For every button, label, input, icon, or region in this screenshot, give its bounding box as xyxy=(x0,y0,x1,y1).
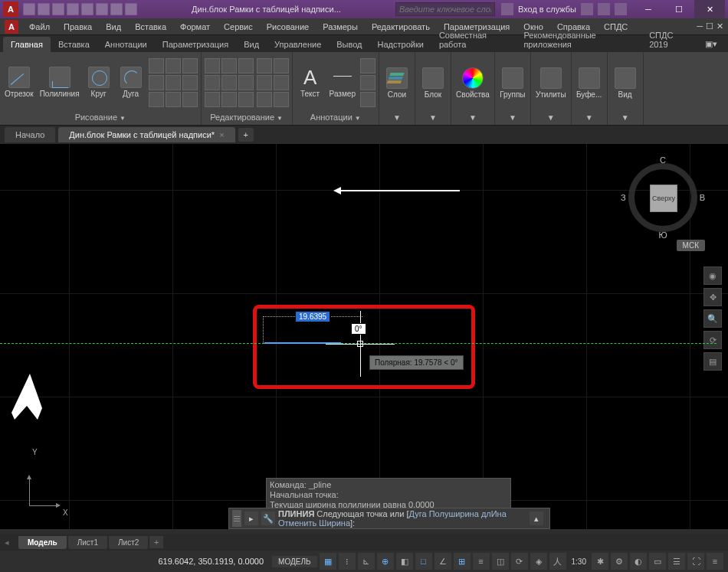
wcs-badge[interactable]: МСК xyxy=(677,240,705,251)
nav-orbit-icon[interactable]: ⟳ xyxy=(703,331,722,349)
offset-icon[interactable] xyxy=(257,75,272,90)
panel-block-title[interactable]: ▼ xyxy=(418,112,448,123)
circle-button[interactable]: Круг xyxy=(84,65,113,100)
polar-toggle-icon[interactable]: ⊕ xyxy=(377,553,394,570)
qat-redo-icon[interactable] xyxy=(110,3,123,15)
tab-manage[interactable]: Управление xyxy=(267,37,329,52)
erase-icon[interactable] xyxy=(257,58,272,74)
layout-sheet1[interactable]: Лист1 xyxy=(68,536,107,549)
osnap-toggle-icon[interactable]: □ xyxy=(415,553,432,570)
annovis-icon[interactable]: ✱ xyxy=(592,553,608,570)
cmd-expand-icon[interactable]: ▴ xyxy=(530,512,543,525)
signin-label[interactable]: Вход в службы xyxy=(518,5,576,14)
array-icon[interactable] xyxy=(238,92,254,107)
cmd-recent-icon[interactable]: ▸ xyxy=(244,512,258,525)
tab-drawing[interactable]: Дин.блок Рамки с таблицей надписи*× xyxy=(58,127,234,142)
props-button[interactable]: Свойства xyxy=(454,66,491,100)
ortho-toggle-icon[interactable]: ⊾ xyxy=(358,553,375,570)
groups-button[interactable]: Группы xyxy=(498,66,527,100)
command-line[interactable]: ▸ 🔧 ПЛИНИЯ Следующая точка или [Дуга Пол… xyxy=(228,508,550,529)
tab-addins[interactable]: Надстройки xyxy=(370,37,431,52)
scale-label[interactable]: 1:30 xyxy=(569,557,589,566)
tab-home[interactable]: Главная xyxy=(3,37,51,52)
tab-featured[interactable]: Рекомендованные приложения xyxy=(516,28,641,52)
table-icon[interactable] xyxy=(360,75,375,90)
dim-button[interactable]: Размер xyxy=(328,65,357,100)
annoscale-icon[interactable]: 人 xyxy=(549,553,566,570)
copy-icon[interactable] xyxy=(205,75,220,90)
qat-undo-icon[interactable] xyxy=(96,3,108,15)
cmd-grip-icon[interactable] xyxy=(232,510,241,527)
maximize-button[interactable]: ☐ xyxy=(664,0,694,18)
tab-param[interactable]: Параметризация xyxy=(155,37,236,52)
3dosnap-icon[interactable]: ◈ xyxy=(530,553,547,570)
minimize-button[interactable]: ─ xyxy=(633,0,664,18)
qat-more-icon[interactable] xyxy=(125,3,137,15)
polyline-button[interactable]: Полилиния xyxy=(38,65,81,100)
line-button[interactable]: Отрезок xyxy=(3,65,35,100)
cycling-icon[interactable]: ⟳ xyxy=(511,553,528,570)
panel-annot-title[interactable]: Аннотации▼ xyxy=(296,111,375,123)
app-logo[interactable]: A xyxy=(3,2,18,17)
doc-close-icon[interactable]: ✕ xyxy=(717,21,723,31)
mirror-icon[interactable] xyxy=(221,75,237,90)
spline-icon[interactable] xyxy=(166,58,181,74)
command-input[interactable]: ПЛИНИЯ Следующая точка или [Дуга Полушир… xyxy=(278,509,530,528)
nav-pan-icon[interactable]: ✥ xyxy=(703,288,722,306)
cloud-icon[interactable] xyxy=(149,92,164,107)
gear-icon[interactable]: ⚙ xyxy=(611,553,628,570)
panel-props-title[interactable]: ▼ xyxy=(454,112,491,123)
menu-tools[interactable]: Сервис xyxy=(218,20,259,34)
tab-collab[interactable]: Совместная работа xyxy=(431,28,516,52)
menu-insert[interactable]: Вставка xyxy=(129,20,172,34)
tab-spds[interactable]: СПДС 2019 xyxy=(641,28,697,52)
viewcube[interactable]: С Ю З В Сверху xyxy=(621,155,705,240)
new-tab-button[interactable]: + xyxy=(238,128,254,142)
qat-new-icon[interactable] xyxy=(23,3,35,15)
utils-button[interactable]: Утилиты xyxy=(534,66,568,100)
polygon-icon[interactable] xyxy=(182,92,198,107)
nav-wheel-icon[interactable]: ◉ xyxy=(703,266,722,285)
custom-icon[interactable]: ≡ xyxy=(707,553,723,570)
monitor-icon[interactable]: ▭ xyxy=(649,553,666,570)
menu-edit[interactable]: Правка xyxy=(57,20,98,34)
stretch-icon[interactable] xyxy=(205,92,220,107)
tab-annot[interactable]: Аннотации xyxy=(97,37,155,52)
ribbon-collapse-icon[interactable]: ▣▾ xyxy=(697,36,725,52)
grid-toggle-icon[interactable]: ▦ xyxy=(320,553,336,570)
break-icon[interactable] xyxy=(257,92,272,107)
hardware-icon[interactable]: ☰ xyxy=(668,553,685,570)
fillet-icon[interactable] xyxy=(238,75,254,90)
viewcube-face-top[interactable]: Сверху xyxy=(650,185,677,212)
arc-button[interactable]: Дуга xyxy=(116,65,146,100)
help-icon[interactable] xyxy=(615,3,627,15)
drawing-canvas[interactable]: С Ю З В Сверху МСК ◉ ✥ 🔍 ⟳ ▤ 19.6395 0° … xyxy=(0,144,728,529)
layers-button[interactable]: Слои xyxy=(382,66,412,100)
tab-output[interactable]: Вывод xyxy=(329,37,369,52)
layout-add-button[interactable]: + xyxy=(149,536,163,548)
panel-groups-title[interactable]: ▼ xyxy=(498,112,527,123)
dyn-toggle-icon[interactable]: ⊞ xyxy=(454,553,471,570)
qat-open-icon[interactable] xyxy=(38,3,50,15)
panel-draw-title[interactable]: Рисование▼ xyxy=(3,111,198,123)
region-icon[interactable] xyxy=(182,75,198,90)
ellipse-icon[interactable] xyxy=(182,58,198,74)
doc-min-icon[interactable]: ─ xyxy=(697,21,703,31)
clipboard-button[interactable]: Буфе... xyxy=(575,66,604,100)
qat-saveas-icon[interactable] xyxy=(67,3,79,15)
rect-icon[interactable] xyxy=(149,58,164,74)
view-button[interactable]: Вид xyxy=(611,66,640,100)
text-button[interactable]: AТекст xyxy=(296,65,325,100)
scale-icon[interactable] xyxy=(221,92,237,107)
menu-view[interactable]: Вид xyxy=(100,20,127,34)
close-button[interactable]: ✕ xyxy=(694,0,725,18)
chamfer-icon[interactable] xyxy=(274,75,289,90)
tab-start[interactable]: Начало xyxy=(5,127,55,142)
trim-icon[interactable] xyxy=(238,58,254,74)
cmd-settings-icon[interactable]: 🔧 xyxy=(261,512,275,525)
viewcube-west[interactable]: З xyxy=(621,193,626,202)
menu-file[interactable]: Файл xyxy=(23,20,56,34)
panel-modify-title[interactable]: Редактирование▼ xyxy=(205,111,289,123)
menu-format[interactable]: Формат xyxy=(174,20,216,34)
qat-plot-icon[interactable] xyxy=(81,3,93,15)
